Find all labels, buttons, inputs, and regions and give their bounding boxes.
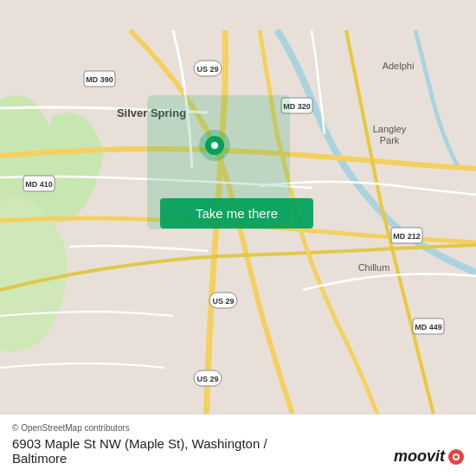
pin-dot xyxy=(211,142,218,149)
moovit-dot-icon xyxy=(448,449,464,465)
map-pin xyxy=(199,130,230,161)
svg-text:US 29: US 29 xyxy=(196,375,218,383)
info-panel: © OpenStreetMap contributors 6903 Maple … xyxy=(0,414,476,476)
moovit-logo: moovit xyxy=(394,447,464,466)
svg-text:Park: Park xyxy=(380,135,400,145)
map-container: MD 390 US 29 MD 320 MD 410 US 29 US 29 M… xyxy=(0,0,476,476)
svg-text:Langley: Langley xyxy=(373,124,407,134)
attribution: © OpenStreetMap contributors xyxy=(12,423,464,433)
attribution-text: © OpenStreetMap contributors xyxy=(12,423,130,433)
address-text-line2: Baltimore xyxy=(12,451,67,466)
pin-inner xyxy=(205,136,224,155)
svg-text:MD 212: MD 212 xyxy=(393,232,421,241)
svg-text:US 29: US 29 xyxy=(196,65,218,74)
svg-text:MD 410: MD 410 xyxy=(25,180,53,189)
svg-text:Adelphi: Adelphi xyxy=(383,61,415,71)
take-me-there-button[interactable]: Take me there xyxy=(160,198,313,228)
svg-text:US 29: US 29 xyxy=(212,297,234,306)
svg-text:MD 390: MD 390 xyxy=(86,75,113,84)
svg-point-23 xyxy=(454,455,458,459)
address-text-line1: 6903 Maple St NW (Maple St), Washington … xyxy=(12,436,267,451)
pin-outer xyxy=(199,130,230,161)
svg-text:Chillum: Chillum xyxy=(358,262,390,273)
map-svg: MD 390 US 29 MD 320 MD 410 US 29 US 29 M… xyxy=(0,0,476,476)
svg-text:MD 449: MD 449 xyxy=(415,323,442,331)
moovit-brand-text: moovit xyxy=(394,447,445,466)
